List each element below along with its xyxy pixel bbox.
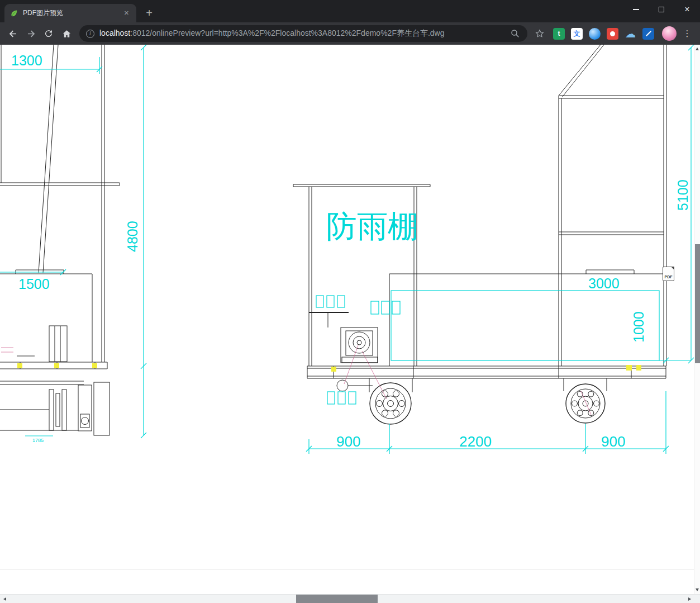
window-close-button[interactable]: ×: [674, 0, 700, 19]
url-host: localhost: [99, 29, 130, 37]
reload-icon: [44, 29, 54, 39]
dim-1500-label: 1500: [18, 276, 50, 292]
home-icon: [61, 29, 72, 39]
profile-avatar[interactable]: [662, 26, 677, 41]
horizontal-scrollbar[interactable]: [0, 594, 700, 603]
page-content: 1300 4800 1500 1785 防雨棚 3000 1000 5100 9…: [0, 45, 700, 594]
star-icon: [535, 29, 545, 39]
browser-menu-button[interactable]: ⋮: [680, 26, 694, 41]
dim-900-right-label: 900: [601, 433, 625, 450]
spring-leaf-favicon: [9, 9, 18, 18]
vertical-scrollbar[interactable]: [694, 45, 700, 594]
canopy-label: 防雨棚: [326, 209, 418, 244]
back-arrow-icon: [8, 29, 18, 39]
window-controls: ×: [623, 0, 700, 19]
right-arrow-icon: [688, 597, 691, 601]
scroll-up-arrow[interactable]: [696, 48, 699, 50]
url-text: localhost:8012/onlinePreview?url=http%3A…: [99, 29, 504, 39]
scroll-left-arrow[interactable]: [0, 595, 9, 603]
extension-icon-4[interactable]: [607, 28, 618, 40]
cloud-extension-icon[interactable]: ☁: [625, 28, 636, 40]
zoom-indicator-button[interactable]: [509, 29, 521, 39]
cad-drawing: 1300 4800 1500 1785 防雨棚 3000 1000 5100 9…: [0, 45, 694, 594]
dim-4800-label: 4800: [125, 221, 140, 252]
scroll-right-arrow[interactable]: [685, 595, 694, 603]
dim-1300-label: 1300: [11, 53, 42, 68]
vertical-scrollbar-thumb[interactable]: [695, 244, 700, 363]
extension-icon-3[interactable]: [589, 28, 601, 40]
page-bottom-divider: [0, 569, 694, 569]
dim-5100-label: 5100: [675, 179, 691, 211]
tab-close-icon[interactable]: ×: [122, 8, 131, 18]
dim-3000-label: 3000: [588, 276, 620, 291]
back-button[interactable]: [4, 25, 21, 42]
extension-icon-6[interactable]: [642, 28, 654, 40]
home-button[interactable]: [58, 25, 75, 42]
extension-icon-1[interactable]: t: [553, 28, 565, 40]
scrollbar-corner: [694, 595, 700, 603]
scroll-down-arrow[interactable]: [696, 588, 699, 591]
extension-4-dot: [610, 31, 615, 36]
dimension-lines: [0, 45, 694, 454]
horizontal-scrollbar-thumb[interactable]: [296, 595, 378, 603]
forward-button[interactable]: [22, 25, 39, 42]
translate-extension-icon[interactable]: 文: [571, 28, 583, 40]
highlight-marks: [17, 363, 641, 372]
tab-title: PDF图片预览: [23, 8, 117, 18]
maximize-icon: [659, 7, 664, 12]
dimension-labels: 1300 4800 1500 1785 防雨棚 3000 1000 5100 9…: [11, 53, 691, 450]
magnifier-icon: [510, 29, 520, 39]
pdf-file-icon[interactable]: PDF: [663, 267, 674, 281]
new-tab-button[interactable]: +: [141, 4, 158, 21]
close-icon: ×: [684, 5, 689, 14]
browser-titlebar: PDF图片预览 × + ×: [0, 0, 700, 22]
dim-1785-label: 1785: [32, 438, 44, 443]
window-minimize-button[interactable]: [623, 0, 649, 19]
bookmark-star-button[interactable]: [532, 26, 547, 41]
browser-toolbar: i localhost:8012/onlinePreview?url=http%…: [0, 22, 700, 45]
reload-button[interactable]: [40, 25, 57, 42]
extension-6-glyph: [646, 31, 651, 36]
minimize-icon: [633, 9, 639, 10]
url-path: :8012/onlinePreview?url=http%3A%2F%2Floc…: [130, 29, 444, 37]
window-maximize-button[interactable]: [649, 0, 674, 19]
dim-1000-label: 1000: [631, 311, 646, 343]
browser-tab[interactable]: PDF图片预览 ×: [4, 4, 136, 22]
site-info-icon[interactable]: i: [86, 30, 94, 38]
address-bar[interactable]: i localhost:8012/onlinePreview?url=http%…: [79, 25, 527, 42]
forward-arrow-icon: [26, 29, 36, 39]
dim-2200-label: 2200: [459, 433, 492, 450]
reference-lines: [1, 345, 591, 415]
left-arrow-icon: [3, 597, 6, 601]
dim-900-left-label: 900: [336, 433, 360, 450]
extensions-row: t 文 ☁: [553, 28, 654, 40]
